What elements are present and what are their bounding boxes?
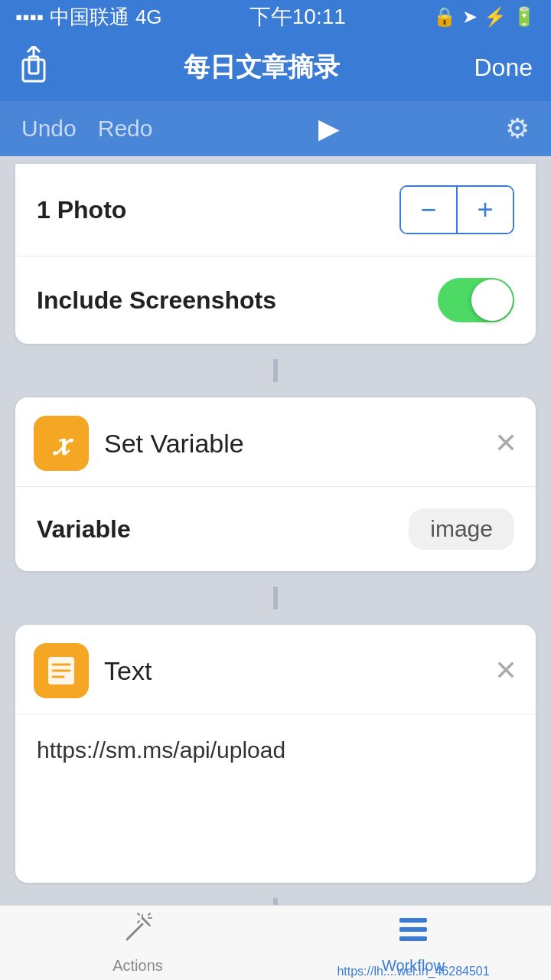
decrement-button[interactable]: − — [401, 187, 456, 233]
svg-rect-18 — [399, 918, 406, 923]
svg-rect-19 — [399, 927, 406, 932]
carrier-label: 中国联通 — [50, 4, 129, 31]
text-icon — [34, 643, 89, 698]
status-right: 🔒 ➤ ⚡ 🔋 — [433, 6, 536, 28]
connector-2 — [0, 586, 551, 609]
bluetooth-icon: ⚡ — [484, 6, 507, 28]
set-variable-close-button[interactable]: ✕ — [494, 427, 517, 459]
svg-rect-1 — [23, 60, 44, 81]
play-button[interactable]: ▶ — [318, 113, 340, 145]
increment-button[interactable]: + — [458, 187, 513, 233]
actions-tab-icon — [121, 912, 155, 952]
toggle-knob — [471, 279, 513, 321]
svg-line-11 — [148, 913, 150, 915]
photo-card: 1 Photo − + Include Screenshots — [15, 164, 536, 344]
svg-rect-20 — [399, 936, 406, 941]
set-variable-icon: 𝑥 — [34, 416, 89, 471]
done-button[interactable]: Done — [474, 54, 533, 82]
screenshot-row: Include Screenshots — [15, 256, 536, 344]
screenshot-toggle[interactable] — [438, 278, 514, 322]
svg-line-7 — [127, 924, 142, 939]
network-label: 4G — [135, 5, 162, 29]
svg-line-13 — [138, 921, 139, 923]
set-variable-header: 𝑥 Set Variable ✕ — [15, 397, 536, 487]
share-icon[interactable] — [18, 46, 49, 90]
photo-stepper: − + — [399, 185, 514, 234]
variable-label: Variable — [37, 515, 131, 544]
tab-actions[interactable]: Actions — [0, 906, 276, 980]
signal-icon: ▪▪▪▪ — [15, 5, 44, 29]
status-time: 下午10:11 — [249, 2, 346, 31]
content-area: 1 Photo − + Include Screenshots 𝑥 Set Va… — [0, 164, 551, 980]
screenshot-label: Include Screenshots — [37, 286, 276, 315]
toolbar: Undo Redo ▶ ⚙ — [0, 101, 551, 156]
svg-line-8 — [142, 918, 148, 924]
photo-row: 1 Photo − + — [15, 164, 536, 256]
toolbar-left: Undo Redo — [21, 116, 152, 142]
gear-button[interactable]: ⚙ — [505, 113, 530, 145]
variable-value[interactable]: image — [409, 508, 514, 550]
text-header-left: Text — [34, 643, 152, 698]
actions-tab-label: Actions — [112, 957, 163, 975]
battery-icon: 🔋 — [513, 6, 536, 28]
redo-button[interactable]: Redo — [98, 116, 153, 142]
connector-1 — [0, 359, 551, 382]
location-icon: ➤ — [462, 6, 478, 28]
nav-title: 每日文章摘录 — [184, 50, 340, 85]
tab-workflow[interactable]: Workflow https://lh....wei.in_46284501 — [276, 906, 551, 980]
undo-button[interactable]: Undo — [21, 116, 77, 142]
set-variable-title: Set Variable — [104, 429, 244, 459]
variable-row: Variable image — [15, 487, 536, 571]
svg-line-12 — [138, 913, 139, 915]
text-header: Text ✕ — [15, 625, 536, 714]
text-card: Text ✕ https://sm.ms/api/upload — [15, 625, 536, 883]
text-content[interactable]: https://sm.ms/api/upload — [15, 714, 536, 883]
text-title: Text — [104, 656, 152, 686]
tab-bar: Actions Workflow https://lh....wei.in_46… — [0, 905, 551, 980]
action-header-left: 𝑥 Set Variable — [34, 416, 244, 471]
tab-watermark: https://lh....wei.in_46284501 — [337, 965, 489, 978]
status-bar: ▪▪▪▪ 中国联通 4G 下午10:11 🔒 ➤ ⚡ 🔋 — [0, 0, 551, 34]
photo-label: 1 Photo — [37, 196, 126, 224]
set-variable-card: 𝑥 Set Variable ✕ Variable image — [15, 397, 536, 571]
status-left: ▪▪▪▪ 中国联通 4G — [15, 4, 162, 31]
workflow-tab-icon — [396, 912, 430, 952]
nav-bar: 每日文章摘录 Done — [0, 34, 551, 101]
lock-icon: 🔒 — [433, 6, 456, 28]
svg-line-14 — [148, 924, 150, 926]
text-close-button[interactable]: ✕ — [494, 655, 517, 687]
